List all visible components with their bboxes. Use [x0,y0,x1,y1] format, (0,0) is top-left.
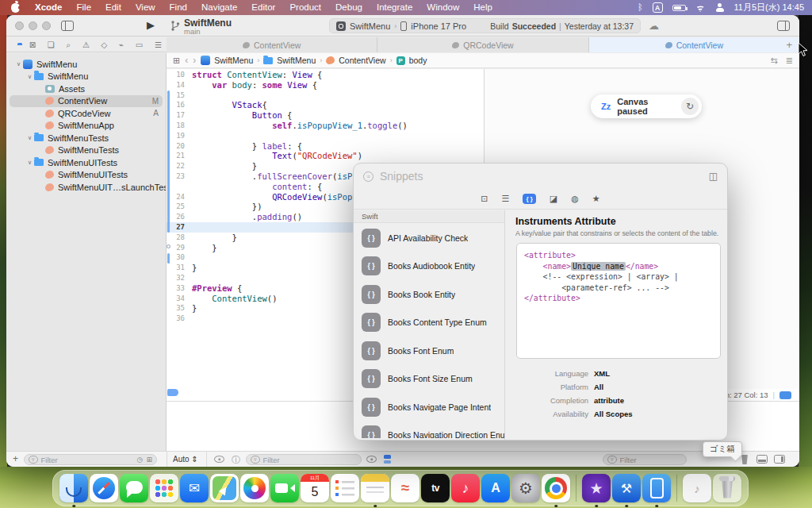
dock-item-notes[interactable] [361,474,389,502]
navigator-filter-field[interactable]: ▿ ◷ ⊞ [24,454,157,465]
wifi-icon[interactable] [695,4,706,12]
dock-item-finder[interactable] [59,474,88,502]
sidebar-item-swiftmenuapp[interactable]: SwiftMenuApp [6,120,166,133]
code-line[interactable]: 14 var body: some View { [167,80,484,90]
snippet-item[interactable]: { }Books Font Size Enum [354,365,504,394]
code-line[interactable]: 10struct ContentView: View { [167,70,484,80]
snippets-library-icon[interactable]: { } [523,194,535,204]
menu-find[interactable]: Find [163,0,194,15]
breadcrumb-item[interactable]: ContentView [339,56,385,65]
dock-item-downloads[interactable]: ♪ [683,474,711,502]
run-button[interactable]: ▶ [147,19,155,31]
code-line[interactable]: 18 self.isPopupView_1.toggle() [167,121,484,131]
code-line[interactable]: 20 } label: { [167,141,484,152]
sidebar-item-swiftmenuuit…slaunchtests[interactable]: SwiftMenuUIT…sLaunchTests [6,181,166,194]
color-library-icon[interactable]: ◍ [571,194,579,204]
find-navigator-icon[interactable]: ⌕ [67,37,71,52]
menu-view[interactable]: View [128,0,163,15]
disclosure-chevron[interactable]: ∨ [25,159,34,166]
code-review-icon[interactable]: ⇆ [771,56,778,66]
menubar-clock[interactable]: 11月5日(水) 14:45 [734,2,804,13]
source-control-navigator-icon[interactable]: ⊠ [29,37,36,52]
breadcrumb-item[interactable]: SwiftMenu [277,56,316,65]
back-icon[interactable]: ‹ [185,55,188,66]
source-control-filter-icon[interactable]: ⊞ [146,456,152,464]
bluetooth-icon[interactable]: ᛒ [638,0,643,15]
menu-debug[interactable]: Debug [328,0,370,15]
snippet-item[interactable]: { }Books Book Entity [354,280,504,309]
sidebar-item-contentview[interactable]: ContentViewM [6,95,166,108]
bookmark-navigator-icon[interactable]: ❏ [48,37,55,52]
snippet-item[interactable]: { }API Availability Check [354,224,504,252]
apple-menu-icon[interactable] [11,3,20,13]
editor-tab-3[interactable]: ContentView [589,37,799,52]
issue-navigator-icon[interactable]: ⚠ [82,37,90,52]
code-line[interactable]: 17 Button { [167,110,484,121]
snippet-item[interactable]: { }Books Content Type Enum [354,309,504,337]
input-source-icon[interactable]: A [653,2,663,13]
menu-product[interactable]: Product [282,0,328,15]
snippet-code-preview[interactable]: <attribute> <name>Unique name</name> <!-… [516,243,721,359]
dock-item-tv[interactable]: tv [421,474,450,502]
dock-item-music[interactable]: ♪ [451,474,480,502]
quick-look-icon[interactable] [366,456,377,463]
menu-integrate[interactable]: Integrate [370,0,419,15]
breadcrumb-item[interactable]: body [409,56,427,65]
editor-layout-icon[interactable] [777,21,790,31]
sidebar-item-swiftmenu[interactable]: ∨SwiftMenu [6,58,166,71]
sidebar-item-swiftmenutests[interactable]: ∨SwiftMenuTests [6,132,166,144]
build-status[interactable]: BuildSucceeded|Yesterday at 13:37 [490,21,634,31]
dock-item-safari[interactable] [90,474,118,502]
zoom-button[interactable] [42,21,51,30]
sidebar-item-assets[interactable]: Assets [6,83,166,95]
console-mode-icon[interactable] [382,454,393,464]
menu-navigate[interactable]: Navigate [194,0,244,15]
dock-item-imovie[interactable]: ★ [582,474,611,502]
editor-only-icon[interactable] [779,391,791,399]
editor-tab-2[interactable]: QRCodeView [377,37,588,52]
dock-item-trash[interactable] [713,474,741,502]
window-titlebar[interactable]: ▶ SwiftMenu main SwiftMenu › iPhone 17 P… [6,15,799,37]
dock-item-maps[interactable] [210,474,239,502]
code-line[interactable]: 15 [167,90,484,101]
open-in-window-icon[interactable]: ◫ [709,171,718,182]
breakpoint-navigator-icon[interactable]: ▭ [136,37,143,52]
code-line[interactable]: 19 [167,131,484,141]
code-line[interactable]: 21 Text("QRCodeView") [167,151,484,161]
scheme-name[interactable]: SwiftMenu [350,21,390,31]
console-auto-selector[interactable]: Auto ⇕ [173,455,198,464]
new-tab-button[interactable]: + [786,37,792,52]
disclosure-chevron[interactable]: ∨ [25,73,34,80]
dock-item-photos[interactable] [240,474,269,502]
snippet-item[interactable]: { }Books Font Enum [354,337,504,365]
dock-item-launchpad[interactable] [150,474,178,502]
battery-icon[interactable] [672,5,686,11]
run-destination[interactable]: iPhone 17 Pro [411,21,466,31]
minimap-icon[interactable]: ≣ [786,56,793,66]
console-filter-field[interactable]: ▿ [246,454,362,465]
recent-files-icon[interactable]: ◷ [137,456,144,464]
menu-xcode[interactable]: Xcode [28,0,70,15]
modifiers-library-icon[interactable]: ☰ [502,194,510,204]
dock-item-calendar[interactable]: 11月5 [301,474,329,502]
toggle-inspector-icon[interactable] [774,455,785,464]
dock-item-freeform[interactable]: ≈ [391,474,419,502]
cloud-status-icon[interactable]: ☁ [649,20,659,32]
right-filter-field[interactable]: ▿ [603,454,687,465]
disclosure-chevron[interactable]: ∨ [25,134,34,141]
editor-tab-1[interactable]: ContentView [167,37,377,52]
related-items-icon[interactable]: ⊞ [173,56,180,66]
dock-item-system-settings[interactable]: ⚙ [511,474,540,502]
sidebar-item-swiftmenu[interactable]: ∨SwiftMenu [6,71,166,83]
symbols-library-icon[interactable]: ★ [592,194,600,204]
sidebar-item-swiftmenuuitests[interactable]: SwiftMenuUITests [6,169,166,182]
snippet-item[interactable]: { }Books Navigation Direction Enu… [354,421,504,439]
refresh-canvas-button[interactable]: ↻ [681,98,699,115]
snippet-item[interactable]: { }Books Audiobook Entity [354,252,504,281]
close-button[interactable] [15,21,24,30]
toggle-debug-area-icon[interactable] [756,455,768,464]
report-navigator-icon[interactable]: ☰ [155,37,162,52]
dock-item-reminders[interactable] [331,474,359,502]
dock-item-simulator[interactable] [642,474,671,502]
dock-item-mail[interactable]: ✉ [180,474,209,502]
